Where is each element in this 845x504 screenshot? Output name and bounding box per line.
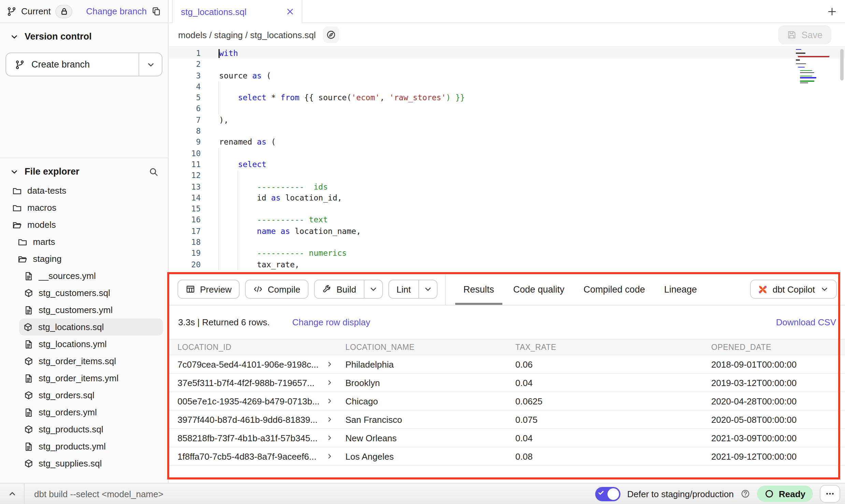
version-control-header[interactable]: Version control (0, 23, 168, 42)
create-branch-button[interactable]: Create branch (5, 53, 162, 76)
file-explorer-header[interactable]: File explorer (0, 158, 168, 177)
file-item-label: stg_locations.sql (38, 322, 104, 332)
editor-scrollbar[interactable] (840, 49, 844, 80)
code-text: renamed as ( (207, 137, 276, 148)
defer-toggle[interactable] (595, 487, 620, 501)
expand-row-chevron-icon[interactable] (326, 434, 333, 441)
lint-button[interactable]: Lint (388, 280, 438, 299)
file-item-marts[interactable]: marts (0, 233, 168, 250)
cell-tax-rate: 0.0625 (515, 396, 711, 406)
cube-icon (24, 390, 33, 400)
create-branch-dropdown-caret[interactable] (139, 53, 162, 76)
line-number: 8 (169, 125, 207, 137)
editor-minimap[interactable] (796, 49, 835, 84)
compile-label: Compile (268, 284, 300, 294)
file-item-label: stg_order_items.yml (39, 373, 118, 383)
lint-dropdown-caret[interactable] (418, 280, 437, 298)
line-number: 16 (169, 214, 207, 226)
compass-icon[interactable] (323, 27, 339, 43)
table-row[interactable]: 37e5f311-b7f4-4f2f-988b-719657...Brookly… (169, 374, 845, 392)
file-item-stg-products-sql[interactable]: stg_products.sql (0, 421, 168, 438)
change-row-display-link[interactable]: Change row display (292, 317, 370, 327)
copy-icon[interactable] (152, 6, 161, 16)
create-branch-label: Create branch (31, 59, 90, 70)
code-line-11: 11 select (169, 159, 845, 170)
file-item-macros[interactable]: macros (0, 199, 168, 216)
table-row[interactable]: 1f8ffa70-7cb5-4d83-8a7f-9aceef6...Los An… (169, 447, 845, 466)
code-line-15: 15 (169, 203, 845, 214)
expand-row-chevron-icon[interactable] (326, 398, 333, 404)
dbt-copilot-button[interactable]: dbt Copilot (750, 280, 837, 299)
file-item-stg-order-items-sql[interactable]: stg_order_items.sql (0, 353, 168, 370)
more-options-button[interactable] (820, 485, 840, 503)
expand-row-chevron-icon[interactable] (326, 361, 333, 368)
table-row[interactable]: 3977f440-b87d-461b-9dd6-81839...San Fran… (169, 411, 845, 429)
line-number: 7 (169, 115, 207, 126)
save-button[interactable]: Save (778, 25, 831, 44)
folder-open-icon (12, 220, 22, 229)
compile-button[interactable]: Compile (245, 280, 309, 299)
cell-tax-rate: 0.04 (515, 377, 711, 388)
lock-icon (59, 6, 69, 16)
code-editor[interactable]: 1with23source as (45 select * from {{ so… (169, 47, 845, 273)
cell-location-name: Los Angeles (345, 451, 515, 461)
save-label: Save (801, 30, 822, 40)
folder-icon (12, 203, 22, 212)
panel-tab-lineage[interactable]: Lineage (664, 273, 697, 305)
action-buttons: PreviewCompileBuildLint (177, 280, 443, 299)
close-tab-icon[interactable] (285, 7, 295, 16)
preview-button[interactable]: Preview (177, 280, 240, 299)
file-item---sources-yml[interactable]: __sources.yml (0, 267, 168, 284)
expand-row-chevron-icon[interactable] (326, 416, 333, 423)
table-icon (186, 284, 195, 294)
help-circle-icon[interactable] (741, 489, 750, 499)
status-badge-ready[interactable]: Ready (757, 486, 813, 502)
collapse-panel-button[interactable] (0, 484, 25, 504)
file-item-label: stg_products.yml (39, 441, 106, 451)
download-csv-link[interactable]: Download CSV (776, 317, 836, 327)
new-tab-plus-icon[interactable] (827, 6, 837, 16)
chevron-down-icon (10, 32, 19, 41)
expand-row-chevron-icon[interactable] (326, 453, 333, 460)
panel-tab-code-quality[interactable]: Code quality (513, 273, 564, 305)
line-number: 6 (169, 103, 207, 115)
cell-location-id: 005e7e1c-1935-4269-b479-0713b... (177, 396, 319, 406)
file-item-label: data-tests (27, 186, 66, 196)
file-item-models[interactable]: models (0, 216, 168, 233)
file-item-stg-orders-sql[interactable]: stg_orders.sql (0, 387, 168, 404)
file-item-stg-order-items-yml[interactable]: stg_order_items.yml (0, 370, 168, 387)
file-item-stg-customers-sql[interactable]: stg_customers.sql (0, 284, 168, 301)
change-branch-link[interactable]: Change branch (86, 6, 147, 16)
code-line-12: 12 (169, 170, 845, 181)
file-item-label: __sources.yml (39, 271, 96, 281)
search-icon[interactable] (149, 167, 158, 176)
file-item-stg-products-yml[interactable]: stg_products.yml (0, 438, 168, 455)
build-button[interactable]: Build (314, 280, 383, 299)
file-item-stg-locations-yml[interactable]: stg_locations.yml (0, 336, 168, 353)
panel-tab-compiled-code[interactable]: Compiled code (584, 273, 645, 305)
table-row[interactable]: 858218fb-73f7-4b1b-a31f-57b345...New Orl… (169, 429, 845, 447)
code-line-13: 13 ---------- ids (169, 181, 845, 192)
code-line-16: 16 ---------- text (169, 214, 845, 226)
table-row[interactable]: 005e7e1c-1935-4269-b479-0713b...Chicago0… (169, 392, 845, 411)
cell-opened-date: 2020-05-08T00:00:00 (711, 414, 845, 425)
divider (445, 273, 446, 305)
tab-stg-locations-sql[interactable]: stg_locations.sql (172, 0, 302, 23)
code-text: ---------- numerics (207, 248, 347, 259)
file-item-stg-locations-sql[interactable]: stg_locations.sql (19, 318, 163, 336)
file-item-stg-supplies-sql[interactable]: stg_supplies.sql (0, 455, 168, 472)
results-panel: PreviewCompileBuildLint ResultsCode qual… (169, 273, 845, 483)
command-input[interactable]: dbt build --select <model_name> (34, 489, 163, 499)
line-number: 18 (169, 237, 207, 248)
panel-tab-results[interactable]: Results (463, 273, 494, 305)
ellipsis-icon (825, 489, 835, 499)
file-item-staging[interactable]: staging (0, 250, 168, 267)
file-item-stg-customers-yml[interactable]: stg_customers.yml (0, 301, 168, 318)
code-line-2: 2 (169, 59, 845, 70)
build-dropdown-caret[interactable] (364, 280, 382, 298)
table-row[interactable]: 7c079cea-5ed4-4101-906e-9198c...Philadel… (169, 355, 845, 374)
expand-row-chevron-icon[interactable] (326, 379, 333, 386)
file-item-data-tests[interactable]: data-tests (0, 182, 168, 199)
file-item-stg-orders-yml[interactable]: stg_orders.yml (0, 404, 168, 421)
cell-location-id: 3977f440-b87d-461b-9dd6-81839... (177, 414, 318, 425)
